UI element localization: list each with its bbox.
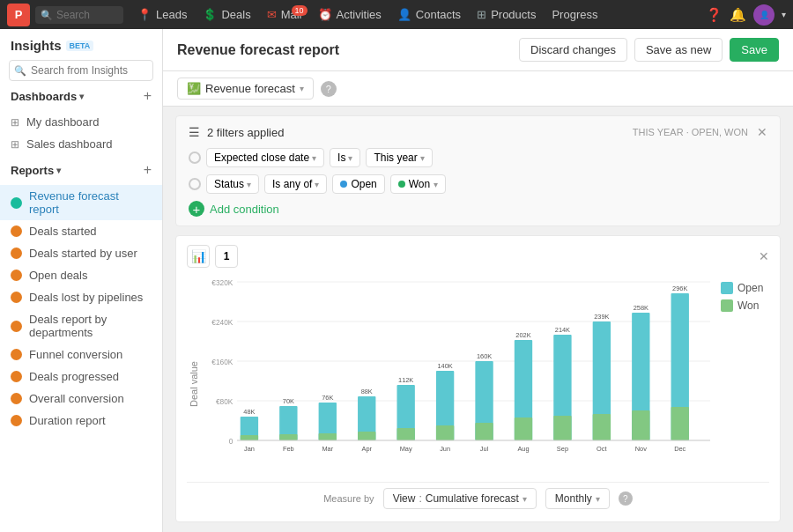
- chart-y-label: Deal value: [187, 273, 201, 478]
- table-view-btn[interactable]: 1: [215, 245, 238, 268]
- filter-meta-close: THIS YEAR · OPEN, WON ✕: [633, 125, 767, 139]
- filter-section: ☰ 2 filters applied THIS YEAR · OPEN, WO…: [175, 115, 781, 226]
- filter-row-1: Expected close date ▾ Is ▾ This year ▾: [189, 148, 767, 167]
- dashboards-section-header[interactable]: Dashboards ▾ +: [11, 88, 152, 104]
- beta-badge: BETA: [66, 41, 94, 51]
- svg-rect-23: [358, 432, 375, 440]
- save-as-new-button[interactable]: Save as new: [634, 38, 723, 62]
- report-type-icon: 💹: [187, 82, 201, 95]
- chart-close-btn[interactable]: ✕: [759, 249, 769, 263]
- filter-value-1[interactable]: This year ▾: [366, 148, 432, 167]
- sidebar-item-deals-report-dept[interactable]: Deals report by departments: [0, 308, 162, 344]
- sidebar-title: Insights: [11, 38, 62, 53]
- filter-value-won[interactable]: Won ▾: [390, 174, 446, 194]
- nav-logo[interactable]: P: [7, 4, 30, 26]
- svg-text:160K: 160K: [477, 352, 493, 360]
- contacts-icon: 👤: [397, 8, 411, 21]
- nav-item-deals[interactable]: 💲 Deals: [196, 5, 257, 24]
- legend-won: Won: [721, 299, 769, 312]
- svg-rect-27: [396, 428, 414, 440]
- won-status-dot: [398, 181, 405, 188]
- report-type-chevron: ▾: [300, 84, 304, 93]
- report-toolbar: 💹 Revenue forecast ▾ ?: [163, 71, 793, 107]
- sidebar-item-my-dashboard[interactable]: ⊞ My dashboard: [0, 111, 162, 133]
- report-type-dropdown[interactable]: 💹 Revenue forecast ▾: [177, 78, 314, 100]
- sidebar-item-revenue-forecast[interactable]: Revenue forecast report: [0, 185, 162, 220]
- deals-started-user-icon: [11, 248, 22, 259]
- bar-chart-view-btn[interactable]: 📊: [187, 245, 210, 268]
- sidebar-item-overall-conversion[interactable]: Overall conversion: [0, 388, 162, 410]
- field1-chevron: ▾: [312, 153, 316, 163]
- sidebar: Insights BETA 🔍 Dashboards ▾ + ⊞ My dash…: [0, 29, 163, 532]
- help-icon[interactable]: ❓: [706, 7, 723, 23]
- open-status-dot: [340, 181, 347, 188]
- sidebar-item-duration-report[interactable]: Duration report: [0, 410, 162, 432]
- sidebar-item-sales-dashboard[interactable]: ⊞ Sales dashboard: [0, 133, 162, 155]
- sidebar-item-funnel-conversion[interactable]: Funnel conversion: [0, 344, 162, 366]
- nav-item-leads[interactable]: 📍 Leads: [130, 5, 194, 24]
- add-condition-btn[interactable]: + Add condition: [189, 201, 767, 217]
- revenue-forecast-icon: [11, 197, 22, 209]
- svg-text:Mar: Mar: [322, 445, 333, 453]
- svg-text:€240K: €240K: [211, 318, 233, 327]
- nav-item-progress[interactable]: Progress: [545, 5, 604, 24]
- chart-svg: €320K €240K €160K €80K 0 48K Jan: [204, 273, 710, 476]
- svg-text:Aug: Aug: [517, 445, 529, 453]
- won-chevron: ▾: [434, 180, 438, 189]
- nav-item-activities[interactable]: ⏰ Activities: [311, 5, 389, 24]
- page-title: Revenue forecast report: [177, 42, 339, 58]
- svg-text:112K: 112K: [398, 376, 414, 384]
- svg-text:Sep: Sep: [557, 445, 568, 453]
- svg-text:Jul: Jul: [480, 445, 489, 453]
- filter-field-2[interactable]: Status ▾: [206, 174, 259, 194]
- top-nav: P 🔍 📍 Leads 💲 Deals ✉ Mail 10 ⏰ Activiti…: [0, 0, 793, 29]
- dashboards-add-btn[interactable]: +: [144, 88, 152, 104]
- svg-text:0: 0: [229, 437, 233, 446]
- nav-item-contacts[interactable]: 👤 Contacts: [390, 5, 468, 24]
- sidebar-item-deals-started-by-user[interactable]: Deals started by user: [0, 242, 162, 264]
- svg-text:Jun: Jun: [440, 445, 450, 453]
- svg-rect-39: [515, 417, 532, 440]
- sidebar-item-deals-started[interactable]: Deals started: [0, 220, 162, 242]
- nav-item-mail[interactable]: ✉ Mail 10: [260, 5, 309, 24]
- deals-started-icon: [11, 225, 22, 237]
- view-chevron: ▾: [522, 494, 527, 504]
- filter-value-open[interactable]: Open: [332, 174, 384, 194]
- filter-field-1[interactable]: Expected close date ▾: [206, 148, 324, 167]
- sidebar-item-deals-lost[interactable]: Deals lost by pipelines: [0, 286, 162, 308]
- chart-header: 📊 1 ✕: [187, 245, 769, 268]
- svg-text:239K: 239K: [594, 313, 610, 321]
- svg-text:88K: 88K: [361, 388, 374, 395]
- svg-text:€160K: €160K: [211, 358, 233, 366]
- svg-rect-15: [279, 434, 297, 440]
- filter-radio-1[interactable]: [189, 151, 201, 164]
- legend-won-color: [721, 299, 733, 312]
- filter-close-btn[interactable]: ✕: [757, 125, 767, 139]
- svg-text:Dec: Dec: [674, 445, 686, 453]
- nav-item-products[interactable]: ⊞ Products: [470, 5, 543, 24]
- save-button[interactable]: Save: [730, 38, 779, 62]
- reports-section-header[interactable]: Reports ▾ +: [11, 162, 152, 178]
- filter-operator-2[interactable]: Is any of ▾: [264, 174, 327, 194]
- svg-rect-35: [475, 423, 493, 440]
- discard-changes-button[interactable]: Discard changes: [519, 38, 627, 62]
- notification-icon[interactable]: 🔔: [730, 7, 746, 23]
- toolbar-help-icon[interactable]: ?: [321, 81, 337, 97]
- add-condition-label: Add condition: [210, 203, 279, 216]
- filter-operator-1[interactable]: Is ▾: [330, 148, 360, 167]
- svg-rect-31: [436, 425, 454, 440]
- svg-rect-11: [241, 435, 258, 440]
- nav-avatar[interactable]: 👤: [753, 4, 774, 26]
- view-dropdown[interactable]: View : Cumulative forecast ▾: [383, 488, 537, 509]
- svg-text:76K: 76K: [322, 394, 334, 402]
- sidebar-search-input[interactable]: [9, 60, 153, 81]
- svg-text:Oct: Oct: [597, 445, 607, 453]
- period-dropdown[interactable]: Monthly ▾: [545, 488, 610, 509]
- nav-chevron[interactable]: ▾: [782, 10, 786, 19]
- filter-radio-2[interactable]: [189, 178, 201, 190]
- bottom-help-icon[interactable]: ?: [619, 491, 633, 506]
- sidebar-item-open-deals[interactable]: Open deals: [0, 264, 162, 286]
- sidebar-item-deals-progressed[interactable]: Deals progressed: [0, 366, 162, 388]
- deals-dept-icon: [11, 321, 22, 332]
- reports-add-btn[interactable]: +: [144, 162, 152, 178]
